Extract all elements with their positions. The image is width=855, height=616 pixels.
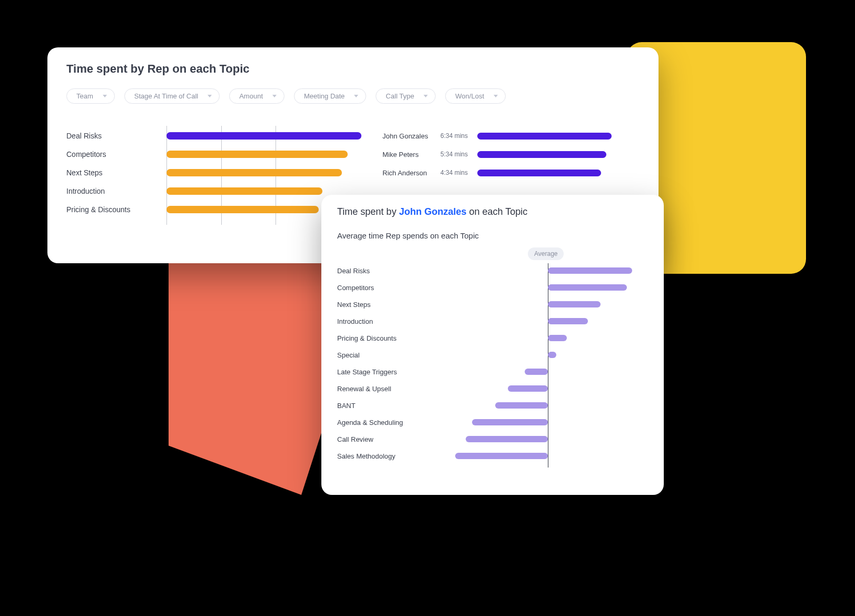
topic-bar: [166, 169, 342, 176]
filter-label: Meeting Date: [304, 92, 345, 100]
diverge-bar: [455, 453, 548, 459]
rep-time: 6:34 mins: [440, 132, 477, 140]
chevron-down-icon: [103, 95, 107, 97]
chevron-down-icon: [354, 95, 358, 97]
topic-row[interactable]: Deal Risks: [66, 128, 361, 144]
detail-person: John Gonzales: [399, 206, 466, 217]
diverge-row[interactable]: Call Review: [337, 431, 648, 448]
rep-time: 5:34 mins: [440, 151, 477, 158]
rep-row[interactable]: Rich Anderson4:34 mins: [382, 165, 640, 181]
topic-bar: [166, 151, 348, 158]
diverge-label: Agenda & Scheduling: [337, 419, 437, 426]
diverge-bar: [508, 385, 548, 392]
diverge-label: Special: [337, 351, 437, 359]
diverge-row[interactable]: Competitors: [337, 279, 648, 296]
topic-label: Competitors: [66, 150, 166, 158]
diverge-bar: [495, 402, 548, 409]
diverge-label: Competitors: [337, 284, 437, 292]
topic-label: Next Steps: [66, 168, 166, 177]
diverge-row[interactable]: Late Stage Triggers: [337, 363, 648, 380]
average-chip: Average: [528, 247, 564, 260]
filter-meeting-date[interactable]: Meeting Date: [294, 88, 366, 104]
topic-row[interactable]: Competitors: [66, 146, 361, 162]
diverge-bar: [548, 284, 627, 291]
diverge-row[interactable]: Renewal & Upsell: [337, 380, 648, 397]
diverge-label: Deal Risks: [337, 267, 437, 275]
diverge-bar: [548, 335, 567, 341]
main-title: Time spent by Rep on each Topic: [66, 62, 640, 76]
chevron-down-icon: [208, 95, 212, 97]
topic-label: Deal Risks: [66, 132, 166, 140]
diverging-chart: Average Deal RisksCompetitorsNext StepsI…: [337, 257, 648, 464]
diverge-label: BANT: [337, 402, 437, 410]
card-rep-detail: Time spent by John Gonzales on each Topi…: [321, 195, 664, 495]
filter-label: Stage At Time of Call: [134, 92, 198, 100]
topic-bar: [166, 132, 361, 140]
rep-bar: [477, 170, 601, 176]
rep-name: Rich Anderson: [382, 169, 440, 177]
detail-title: Time spent by John Gonzales on each Topi…: [337, 206, 648, 217]
diverge-row[interactable]: Next Steps: [337, 296, 648, 313]
detail-title-suffix: on each Topic: [466, 206, 527, 217]
rep-name: Mike Peters: [382, 151, 440, 158]
diverge-label: Renewal & Upsell: [337, 385, 437, 393]
filter-label: Team: [76, 92, 93, 100]
diverge-row[interactable]: Special: [337, 346, 648, 363]
diverge-label: Sales Methodology: [337, 452, 437, 460]
diverge-row[interactable]: Agenda & Scheduling: [337, 414, 648, 431]
diverge-bar: [548, 267, 632, 274]
filter-bar: Team Stage At Time of Call Amount Meetin…: [66, 88, 640, 104]
filter-team[interactable]: Team: [66, 88, 115, 104]
diverge-row[interactable]: Sales Methodology: [337, 448, 648, 464]
detail-title-prefix: Time spent by: [337, 206, 399, 217]
topic-row[interactable]: Next Steps: [66, 165, 361, 181]
filter-label: Won/Lost: [455, 92, 484, 100]
topic-bar: [166, 187, 322, 195]
diverge-row[interactable]: Deal Risks: [337, 262, 648, 279]
diverge-row[interactable]: BANT: [337, 397, 648, 414]
diverge-label: Late Stage Triggers: [337, 368, 437, 376]
topic-label: Pricing & Discounts: [66, 205, 166, 214]
diverge-row[interactable]: Pricing & Discounts: [337, 330, 648, 346]
diverge-bar: [472, 419, 548, 425]
rep-name: John Gonzales: [382, 132, 440, 140]
rep-row[interactable]: Mike Peters5:34 mins: [382, 146, 640, 162]
chevron-down-icon: [494, 95, 498, 97]
diverge-bar: [548, 352, 556, 358]
topics-chart: Deal RisksCompetitorsNext StepsIntroduct…: [66, 128, 361, 220]
diverge-row[interactable]: Introduction: [337, 313, 648, 330]
chevron-down-icon: [424, 95, 428, 97]
diverge-label: Pricing & Discounts: [337, 334, 437, 342]
topic-row[interactable]: Pricing & Discounts: [66, 202, 361, 217]
rep-row[interactable]: John Gonzales6:34 mins: [382, 128, 640, 144]
topic-row[interactable]: Introduction: [66, 183, 361, 199]
filter-amount[interactable]: Amount: [229, 88, 284, 104]
diverge-bar: [466, 436, 548, 442]
filter-won-lost[interactable]: Won/Lost: [445, 88, 506, 104]
diverge-label: Call Review: [337, 435, 437, 443]
filter-call-type[interactable]: Call Type: [376, 88, 436, 104]
diverge-label: Next Steps: [337, 301, 437, 309]
filter-label: Call Type: [386, 92, 414, 100]
diverge-bar: [548, 318, 588, 324]
detail-subtitle: Average time Rep spends on each Topic: [337, 231, 648, 240]
topic-bar: [166, 206, 319, 213]
rep-bar: [477, 133, 612, 140]
filter-stage[interactable]: Stage At Time of Call: [124, 88, 220, 104]
rep-time: 4:34 mins: [440, 169, 477, 176]
filter-label: Amount: [239, 92, 263, 100]
diverge-bar: [525, 369, 548, 375]
rep-bar: [477, 151, 606, 158]
chevron-down-icon: [272, 95, 277, 97]
diverge-bar: [548, 301, 601, 307]
topic-label: Introduction: [66, 187, 166, 195]
diverge-label: Introduction: [337, 317, 437, 325]
